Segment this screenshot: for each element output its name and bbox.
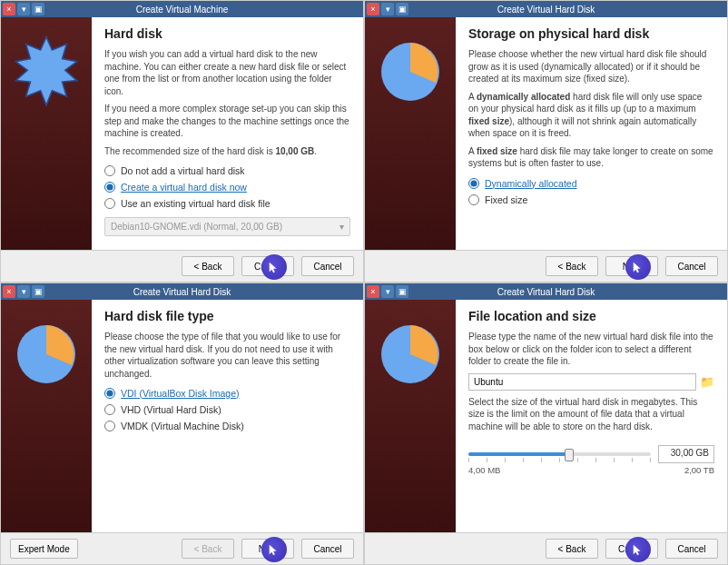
recommended-size: The recommended size of the hard disk is… [104,145,350,158]
dialog-file-location-size: × ▾ ▣ Create Virtual Hard Disk File loca… [364,282,728,565]
cursor-indicator [625,254,651,280]
page-heading: Storage on physical hard disk [468,26,714,41]
cancel-button[interactable]: Cancel [301,539,354,559]
intro-text-1: If you wish you can add a virtual hard d… [104,48,350,97]
slider-thumb[interactable] [565,449,574,461]
close-icon[interactable]: × [3,285,15,298]
window-title: Create Virtual Hard Disk [365,5,727,15]
dialog-create-vm-hard-disk: × ▾ ▣ Create Virtual Machine Hard disk I… [0,0,364,282]
illustration-pie [365,17,456,250]
svg-marker-0 [15,37,76,105]
maximize-icon[interactable]: ▣ [396,285,408,298]
intro-text: Please choose whether the new virtual ha… [468,48,714,85]
dynamic-text: A dynamically allocated hard disk file w… [468,91,714,140]
illustration-pie [1,300,92,532]
expert-mode-button[interactable]: Expert Mode [10,539,78,559]
maximize-icon[interactable]: ▣ [396,3,408,15]
chevron-down-icon: ▾ [339,222,344,232]
window-title: Create Virtual Hard Disk [365,287,727,297]
size-value[interactable]: 30,00 GB [658,445,714,463]
radio-create-now[interactable]: Create a virtual hard disk now [104,182,350,193]
minimize-icon[interactable]: ▾ [17,3,30,15]
cursor-indicator [625,537,651,562]
radio-dynamic[interactable]: Dynamically allocated [468,178,714,189]
page-heading: Hard disk [104,26,350,41]
dialog-hard-disk-file-type: × ▾ ▣ Create Virtual Hard Disk Hard disk… [0,282,364,565]
maximize-icon[interactable]: ▣ [32,285,44,298]
page-heading: File location and size [468,309,714,323]
window-title: Create Virtual Machine [1,5,363,15]
slider-min: 4,00 MB [468,465,500,475]
folder-icon[interactable]: 📁 [700,374,714,389]
radio-existing[interactable]: Use an existing virtual hard disk file [104,198,350,209]
radio-fixed[interactable]: Fixed size [468,194,714,205]
close-icon[interactable]: × [367,285,379,298]
cursor-indicator [261,254,287,280]
titlebar: × ▾ ▣ Create Virtual Hard Disk [365,283,727,300]
back-button[interactable]: < Back [182,539,234,559]
slider-max: 2,00 TB [684,465,714,475]
window-title: Create Virtual Hard Disk [1,287,363,297]
cancel-button[interactable]: Cancel [665,256,718,276]
minimize-icon[interactable]: ▾ [17,285,30,298]
minimize-icon[interactable]: ▾ [381,3,394,15]
back-button[interactable]: < Back [546,539,598,559]
dialog-storage-physical: × ▾ ▣ Create Virtual Hard Disk Storage o… [364,0,728,282]
close-icon[interactable]: × [3,3,15,15]
existing-disk-dropdown: Debian10-GNOME.vdi (Normal, 20,00 GB)▾ [104,217,350,236]
intro-text: Please choose the type of file that you … [104,331,350,380]
size-slider[interactable] [468,445,651,463]
maximize-icon[interactable]: ▣ [32,3,44,15]
size-text: Select the size of the virtual hard disk… [468,396,714,433]
titlebar: × ▾ ▣ Create Virtual Machine [1,1,363,17]
radio-vhd[interactable]: VHD (Virtual Hard Disk) [104,404,350,415]
radio-vdi[interactable]: VDI (VirtualBox Disk Image) [104,388,350,399]
location-text: Please type the name of the new virtual … [468,331,714,368]
titlebar: × ▾ ▣ Create Virtual Hard Disk [365,1,727,17]
fixed-text: A fixed size hard disk file may take lon… [468,145,714,170]
minimize-icon[interactable]: ▾ [381,285,394,298]
illustration-pie [365,300,456,532]
illustration-star [1,17,92,250]
intro-text-2: If you need a more complex storage set-u… [104,103,350,140]
close-icon[interactable]: × [367,3,379,15]
back-button[interactable]: < Back [182,256,234,276]
filename-input[interactable] [468,373,696,391]
page-heading: Hard disk file type [104,309,350,323]
titlebar: × ▾ ▣ Create Virtual Hard Disk [1,283,363,300]
cursor-indicator [261,537,287,562]
radio-vmdk[interactable]: VMDK (Virtual Machine Disk) [104,421,350,431]
radio-no-disk[interactable]: Do not add a virtual hard disk [104,165,350,176]
cancel-button[interactable]: Cancel [301,256,354,276]
cancel-button[interactable]: Cancel [665,539,718,559]
back-button[interactable]: < Back [546,256,598,276]
